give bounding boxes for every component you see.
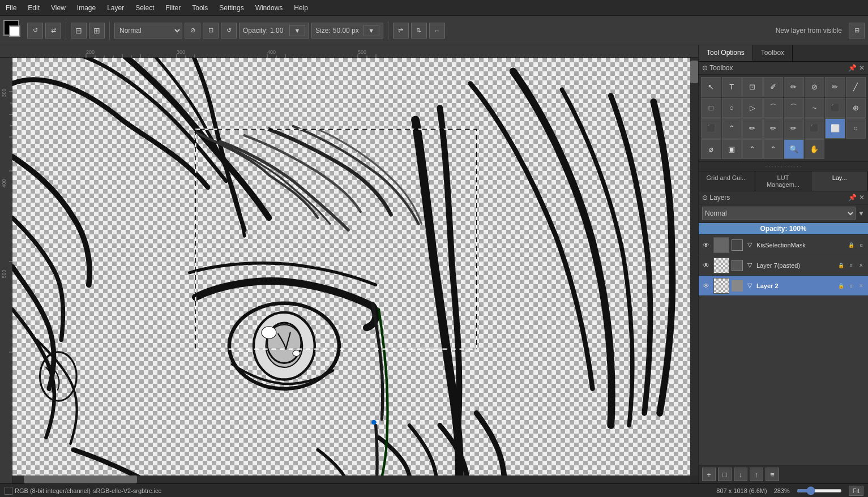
layers-opacity-row[interactable]: Opacity: 100% [699, 223, 868, 235]
scrollbar-horizontal[interactable] [12, 475, 690, 483]
menu-select[interactable]: Select [133, 3, 156, 13]
layers-move-down-button[interactable]: ↓ [734, 468, 747, 481]
layers-close-button[interactable]: ✕ [859, 194, 865, 202]
tool-brush[interactable]: ✏ [784, 77, 804, 97]
tool-zoom[interactable]: 🔍 [784, 139, 804, 160]
layers-menu-button[interactable]: ≡ [766, 468, 779, 481]
menu-windows[interactable]: Windows [253, 3, 285, 13]
tool-eraser[interactable]: ⊘ [805, 77, 825, 97]
layer-alpha-0[interactable]: α [857, 241, 866, 250]
scrollbar-vertical[interactable] [690, 58, 698, 475]
tool-freehand-path[interactable]: ⌒ [784, 98, 804, 118]
tool-smart-patch[interactable]: ✏ [784, 118, 804, 139]
tab-layers[interactable]: Lay... [811, 172, 868, 191]
tab-tool-options[interactable]: Tool Options [699, 45, 753, 61]
layers-move-up-button[interactable]: ↑ [750, 468, 763, 481]
toolbox-close-button[interactable]: ✕ [859, 64, 865, 72]
tab-grid-gui[interactable]: Grid and Gui... [699, 172, 755, 191]
layers-pin-button[interactable]: 📌 [848, 194, 857, 202]
new-layer-button[interactable]: ⊞ [849, 23, 865, 38]
menu-view[interactable]: View [49, 3, 68, 13]
tool-options-button[interactable]: ⊟ [71, 23, 87, 38]
layer-eye-0[interactable]: 👁 [701, 240, 711, 250]
tab-lut[interactable]: LUT Managem... [755, 172, 812, 191]
tool-transform[interactable]: ⬛ [825, 98, 845, 118]
tool-polygon-select[interactable]: ▷ [742, 98, 763, 118]
mirror-button[interactable]: ↔ [429, 23, 445, 38]
layers-mode-more[interactable]: ▼ [858, 209, 865, 217]
reset-colors-button[interactable]: ↺ [27, 23, 43, 38]
menu-edit[interactable]: Edit [25, 3, 42, 13]
tool-select-pointer[interactable]: ↖ [701, 77, 721, 97]
layer-eye-1[interactable]: 👁 [701, 260, 711, 271]
tool-paint-bucket[interactable]: ⬛ [805, 118, 825, 139]
layer-lock-0[interactable]: 🔒 [846, 241, 856, 250]
flip-v-button[interactable]: ⇅ [411, 23, 427, 38]
layer-delete-1[interactable]: ✕ [857, 261, 866, 270]
menu-help[interactable]: Help [292, 3, 310, 13]
menu-image[interactable]: Image [75, 3, 98, 13]
tool-line[interactable]: ╱ [846, 77, 866, 97]
grid-button[interactable]: ⊞ [89, 23, 105, 38]
layers-list: 👁 ▽ KisSelectionMask 🔒 α 👁 ▽ Layer 7(pas… [699, 235, 868, 465]
tool-select-shapes[interactable]: ⌀ [701, 139, 721, 160]
tab-toolbox[interactable]: Toolbox [753, 45, 793, 61]
swap-colors-button[interactable]: ⇄ [45, 23, 61, 38]
layer-alpha-2[interactable]: α [846, 281, 856, 290]
flip-h-button[interactable]: ⇌ [393, 23, 409, 38]
blend-mode-select[interactable]: Normal [114, 23, 182, 38]
zoom-fit-button[interactable]: Fit [849, 486, 863, 496]
layers-mode-row: Normal ▼ [699, 204, 868, 223]
menu-filter[interactable]: Filter [164, 3, 183, 13]
statusbar-icon[interactable] [5, 487, 12, 495]
tool-bezier[interactable]: ⌒ [763, 98, 784, 118]
layer-eye-2[interactable]: 👁 [701, 281, 711, 291]
tool-contiguous-select[interactable]: ⊡ [742, 77, 763, 97]
tool-magnetic-select[interactable]: ⌃ [742, 139, 763, 160]
layer-alpha-1[interactable]: α [846, 261, 856, 270]
tool-fill[interactable]: ✏ [763, 118, 784, 139]
layers-add-button[interactable]: + [702, 468, 716, 481]
layer-delete-2[interactable]: ✕ [857, 281, 866, 290]
tool-crop[interactable]: ⬛ [701, 118, 721, 139]
opacity-value[interactable]: 1.00 [270, 27, 287, 35]
layers-blend-mode[interactable]: Normal [702, 207, 856, 220]
tool-similar-select[interactable]: ○ [846, 118, 866, 139]
tool-ellipse-select[interactable]: ○ [722, 98, 742, 118]
toolbox-header: ⊙ Toolbox 📌 ✕ [699, 62, 868, 75]
size-dropdown[interactable]: ▼ [364, 25, 379, 36]
tool-colorpicker[interactable]: ✏ [742, 118, 763, 139]
layers-copy-button[interactable]: □ [718, 468, 732, 481]
menu-layer[interactable]: Layer [105, 3, 126, 13]
refresh-button[interactable]: ↺ [221, 23, 237, 38]
tool-text[interactable]: T [722, 77, 742, 97]
canvas-container[interactable] [12, 58, 690, 475]
foreground-color[interactable] [3, 20, 25, 41]
tool-rect-select[interactable]: □ [701, 98, 721, 118]
tool-pan[interactable]: ✋ [805, 139, 825, 160]
menu-file[interactable]: File [3, 3, 19, 13]
canvas-area[interactable]: 200 300 400 500 [0, 45, 698, 483]
tool-pencil[interactable]: ✏ [825, 77, 845, 97]
opacity-dropdown[interactable]: ▼ [289, 25, 305, 36]
menu-settings[interactable]: Settings [217, 3, 246, 13]
tool-contiguous-select2[interactable]: ⬜ [825, 118, 845, 139]
layer-item-2[interactable]: 👁 ▽ Layer 2 🔒 α ✕ [699, 276, 868, 296]
tool-rect-select2[interactable]: ▣ [722, 139, 742, 160]
alpha-lock-button[interactable]: ⊡ [203, 23, 219, 38]
layer-lock-1[interactable]: 🔒 [836, 261, 845, 270]
layers-opacity-value[interactable]: 100% [789, 225, 807, 233]
toolbox-pin-button[interactable]: 📌 [848, 64, 857, 72]
tool-move[interactable]: ⊕ [846, 98, 866, 118]
layer-lock-2[interactable]: 🔒 [836, 281, 845, 290]
erase-mode-button[interactable]: ⊘ [185, 23, 200, 38]
tool-magnetic-select2[interactable]: ⌃ [763, 139, 784, 160]
menu-tools[interactable]: Tools [190, 3, 210, 13]
layer-item-0[interactable]: 👁 ▽ KisSelectionMask 🔒 α [699, 235, 868, 255]
tool-freehand-select[interactable]: ✐ [763, 77, 784, 97]
tool-dynamic-brush[interactable]: ~ [805, 98, 825, 118]
size-value[interactable]: 50.00 px [333, 27, 361, 35]
tool-gradient[interactable]: ⌃ [722, 118, 742, 139]
layer-item-1[interactable]: 👁 ▽ Layer 7(pasted) 🔒 α ✕ [699, 255, 868, 276]
zoom-slider[interactable] [797, 489, 842, 492]
